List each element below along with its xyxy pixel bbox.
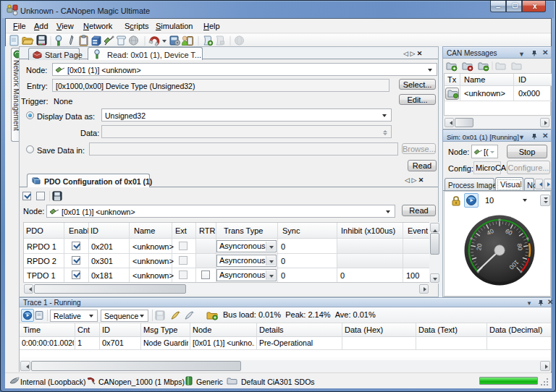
svg-text:20: 20: [475, 243, 483, 251]
svg-text:80: 80: [516, 243, 524, 251]
